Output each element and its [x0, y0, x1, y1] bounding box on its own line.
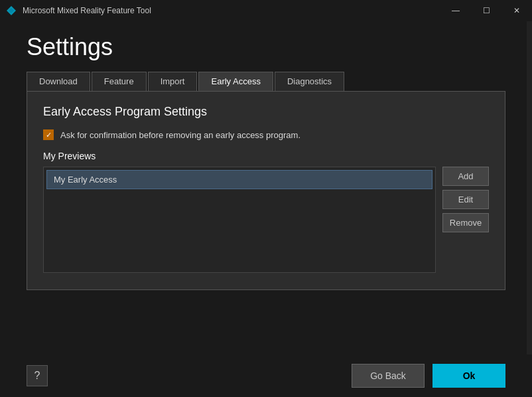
tab-download[interactable]: Download: [27, 72, 90, 91]
ok-button[interactable]: Ok: [432, 364, 505, 388]
window-title: Microsoft Mixed Reality Feature Tool: [23, 6, 151, 15]
tab-diagnostics[interactable]: Diagnostics: [275, 72, 344, 91]
edit-button[interactable]: Edit: [442, 190, 489, 209]
minimize-button[interactable]: —: [440, 0, 471, 21]
content-area: Early Access Program Settings ✓ Ask for …: [27, 91, 505, 290]
section-title: Early Access Program Settings: [43, 105, 489, 119]
previews-buttons: Add Edit Remove: [442, 167, 489, 273]
scrollbar[interactable]: [527, 21, 532, 355]
title-bar: Microsoft Mixed Reality Feature Tool — ☐…: [0, 0, 532, 21]
page-heading: Settings: [0, 21, 532, 72]
maximize-button[interactable]: ☐: [471, 0, 501, 21]
close-button[interactable]: ✕: [501, 0, 532, 21]
tab-feature[interactable]: Feature: [92, 72, 147, 91]
confirmation-checkbox[interactable]: ✓: [43, 129, 54, 140]
preview-item[interactable]: My Early Access: [46, 170, 432, 189]
checkmark-icon: ✓: [46, 131, 52, 139]
title-bar-left: Microsoft Mixed Reality Feature Tool: [5, 5, 151, 17]
previews-list[interactable]: My Early Access: [43, 167, 436, 273]
tabs-container: Download Feature Import Early Access Dia…: [0, 72, 532, 91]
go-back-button[interactable]: Go Back: [352, 364, 425, 388]
add-button[interactable]: Add: [442, 167, 489, 186]
tab-early-access[interactable]: Early Access: [198, 72, 273, 91]
bottom-right-actions: Go Back Ok: [352, 364, 505, 388]
help-button[interactable]: ?: [27, 365, 48, 386]
previews-container: My Early Access Add Edit Remove: [43, 167, 489, 273]
remove-button[interactable]: Remove: [442, 213, 489, 232]
title-bar-controls: — ☐ ✕: [440, 0, 532, 21]
app-icon: [5, 5, 17, 17]
bottom-bar: ? Go Back Ok: [0, 355, 532, 397]
checkbox-row: ✓ Ask for confirmation before removing a…: [43, 129, 489, 140]
previews-label: My Previews: [43, 151, 489, 161]
tab-import[interactable]: Import: [148, 72, 198, 91]
checkbox-label: Ask for confirmation before removing an …: [60, 130, 300, 140]
